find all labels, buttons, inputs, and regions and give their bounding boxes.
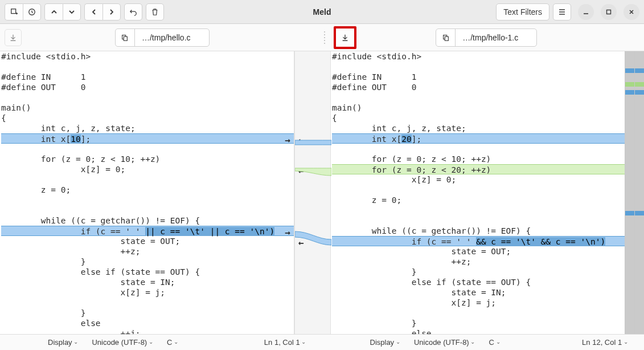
- min-icon: [583, 9, 589, 15]
- statusbar: Display Unicode (UTF-8) C Ln 1, Col 1 Di…: [0, 334, 644, 350]
- save-right-button[interactable]: [334, 26, 356, 49]
- window-maximize-button[interactable]: [601, 4, 617, 20]
- save-icon: [341, 34, 349, 42]
- hamburger-menu-button[interactable]: [553, 3, 571, 21]
- cursor-position-left[interactable]: Ln 1, Col 1: [264, 338, 306, 347]
- headerbar: Meld Text Filters: [0, 0, 644, 24]
- text-filters-button[interactable]: Text Filters: [496, 3, 549, 21]
- code-area: #include <stdio.h>#define IN 1#define OU…: [0, 51, 644, 334]
- save-icon: [9, 34, 17, 42]
- undo-icon: [129, 8, 137, 16]
- left-file-path[interactable]: …/tmp/hello.c: [115, 29, 210, 47]
- merge-right-arrow[interactable]: →: [285, 135, 290, 145]
- cursor-position-right[interactable]: Ln 12, Col 1: [582, 338, 628, 347]
- svg-rect-0: [11, 9, 15, 13]
- svg-rect-9: [445, 36, 448, 40]
- status-right: Display Unicode (UTF-8) C Ln 12, Col 1: [322, 335, 645, 350]
- left-code-pane[interactable]: #include <stdio.h>#define IN 1#define OU…: [0, 51, 294, 334]
- forward-button[interactable]: [102, 3, 121, 21]
- new-tab-button[interactable]: [5, 3, 23, 21]
- right-file-path-label: …/tmp/hello-1.c: [456, 33, 536, 42]
- copy-icon[interactable]: [116, 29, 135, 46]
- left-file-column: …/tmp/hello.c: [0, 29, 320, 47]
- left-file-path-label: …/tmp/hello.c: [135, 33, 209, 42]
- minimap[interactable]: [625, 51, 644, 334]
- up-icon: [51, 9, 58, 15]
- close-icon: [628, 9, 635, 15]
- display-dropdown[interactable]: Display: [48, 338, 78, 347]
- undo-button[interactable]: [124, 3, 142, 21]
- next-change-button[interactable]: [63, 3, 81, 21]
- down-icon: [68, 9, 75, 15]
- link-gutter: ← ← ←: [294, 51, 331, 334]
- language-dropdown[interactable]: C: [167, 338, 178, 347]
- delete-button[interactable]: [146, 3, 164, 21]
- prev-icon: [91, 9, 97, 15]
- encoding-dropdown[interactable]: Unicode (UTF-8): [414, 338, 475, 347]
- merge-right-arrow[interactable]: →: [285, 227, 290, 238]
- file-row: …/tmp/hello.c …/tmp/hello-1.c: [0, 24, 644, 51]
- encoding-dropdown[interactable]: Unicode (UTF-8): [92, 338, 153, 347]
- history-icon: [28, 8, 36, 16]
- right-file-column: …/tmp/hello-1.c: [329, 29, 645, 47]
- newtab-icon: [10, 8, 18, 16]
- app-title: Meld: [313, 7, 331, 17]
- trash-icon: [151, 8, 159, 16]
- back-button[interactable]: [84, 3, 102, 21]
- svg-rect-7: [124, 36, 128, 40]
- history-button[interactable]: [23, 3, 41, 21]
- language-dropdown[interactable]: C: [489, 338, 500, 347]
- status-left: Display Unicode (UTF-8) C Ln 1, Col 1: [0, 335, 322, 350]
- svg-rect-5: [607, 10, 611, 14]
- right-file-path[interactable]: …/tmp/hello-1.c: [436, 29, 537, 47]
- window-close-button[interactable]: [624, 4, 639, 20]
- next-icon: [108, 9, 115, 15]
- copy-icon[interactable]: [436, 29, 456, 46]
- right-code-pane[interactable]: #include <stdio.h>#define IN 1#define OU…: [331, 51, 625, 334]
- display-dropdown[interactable]: Display: [370, 338, 400, 347]
- save-left-button[interactable]: [5, 29, 22, 46]
- max-icon: [605, 9, 612, 15]
- menu-icon: [558, 8, 566, 16]
- window-minimize-button[interactable]: [578, 4, 594, 20]
- pane-divider-handle[interactable]: [320, 31, 329, 44]
- prev-change-button[interactable]: [44, 3, 63, 21]
